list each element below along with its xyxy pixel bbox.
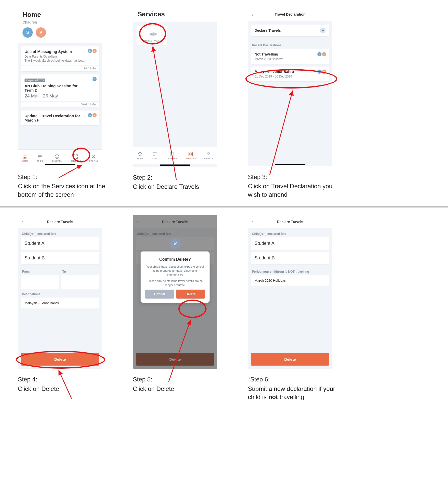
row-avatar-v: V: [322, 70, 326, 74]
step-instruction: Submit a new declaration if your child i…: [248, 385, 340, 401]
step-number: *Step 6:: [248, 375, 340, 383]
nav-title: Travel Declaration: [275, 12, 306, 16]
row-avatar-s: S: [317, 70, 321, 74]
back-button[interactable]: ‹: [21, 219, 23, 224]
declare-travels-tile[interactable]: Declare Travels: [136, 26, 167, 45]
close-icon[interactable]: ✕: [169, 238, 181, 249]
home-icon: [22, 154, 28, 159]
declare-travels-button[interactable]: Declare Travels +: [251, 25, 329, 36]
confirm-delete-modal: Confirm Delete? Your child's travel decl…: [141, 251, 210, 303]
card-avatar-s: S: [88, 49, 92, 53]
child-avatar-v[interactable]: V: [36, 27, 46, 38]
airplane-icon: [146, 29, 158, 38]
tab-profile[interactable]: PROFILE: [89, 154, 98, 162]
cancel-button[interactable]: Cancel: [145, 290, 174, 299]
step-instruction: Click on the Services icon at the bottom…: [18, 182, 110, 199]
delete-button[interactable]: Delete: [21, 353, 99, 366]
tab-todo[interactable]: TO-DO: [152, 151, 158, 160]
student-field[interactable]: Student B: [251, 252, 329, 264]
step-number: Step 5:: [133, 375, 225, 383]
declaration-row[interactable]: S V Malaysia - Johor Bahru 01 Dec 2019 -…: [251, 67, 329, 81]
field-label: Period your child(ren) is NOT travelling: [248, 266, 332, 275]
field-label: Child(ren) declared for:: [18, 228, 102, 237]
tab-profile[interactable]: PROFILE: [204, 151, 213, 160]
list-icon: [37, 154, 43, 159]
destination-field[interactable]: Malaysia - Johor Bahru: [21, 298, 99, 309]
field-label: Destinations: [18, 289, 102, 298]
tab-services[interactable]: SERVICES: [186, 151, 196, 160]
nav-title: Declare Travels: [277, 220, 303, 224]
student-field[interactable]: Student A: [251, 237, 329, 250]
plus-icon[interactable]: +: [320, 28, 326, 33]
modal-text: Please only delete if the travel details…: [145, 279, 205, 287]
svg-point-0: [55, 155, 59, 159]
modal-overlay: ✕ Confirm Delete? Your child's travel de…: [133, 215, 217, 369]
row-title: Not Travelling: [255, 52, 278, 56]
card-date-range: 24 Mar - 26 May: [25, 93, 96, 99]
person-icon: [91, 154, 96, 159]
page-title: Home: [22, 11, 98, 19]
svg-rect-13: [189, 155, 190, 156]
announcement-card[interactable]: S V Update - Travel Declaration for Marc…: [21, 111, 99, 125]
person-icon: [206, 151, 211, 157]
tile-label: Declare Travels: [143, 40, 160, 42]
card-title: Update - Travel Declaration for March H: [25, 114, 96, 122]
svg-rect-6: [76, 157, 78, 159]
tab-children[interactable]: CHILDREN: [52, 154, 62, 162]
announcement-card[interactable]: S V Use of Messaging System Dear Parents…: [21, 46, 99, 71]
tab-services[interactable]: SERVICES: [71, 154, 81, 162]
card-avatar-s: S: [93, 77, 97, 81]
from-input[interactable]: [21, 275, 59, 289]
card-avatar-s: S: [88, 113, 92, 117]
svg-point-7: [93, 155, 95, 157]
tab-home[interactable]: HOME: [22, 154, 28, 162]
tab-todo[interactable]: TO-DO: [37, 154, 43, 162]
delete-button[interactable]: Delete: [176, 290, 205, 299]
back-button[interactable]: ‹: [251, 219, 253, 224]
tab-children[interactable]: CHILDREN: [167, 151, 177, 160]
card-date: Fri, 13 Mar: [21, 65, 99, 71]
home-indicator: [275, 164, 305, 165]
home-icon: [137, 151, 143, 157]
children-label: Children: [22, 20, 98, 24]
nav-title: Declare Travels: [47, 220, 73, 224]
step-instruction: Click on Delete: [133, 385, 225, 393]
event-card[interactable]: S Responded: YES Art Club Training Sessi…: [21, 74, 99, 107]
svg-rect-11: [189, 152, 190, 154]
back-button[interactable]: ‹: [251, 12, 253, 17]
home-indicator: [45, 164, 75, 165]
card-date: Wed, 11 Mar: [21, 101, 99, 107]
svg-rect-14: [191, 155, 193, 156]
student-field[interactable]: Student B: [21, 252, 99, 264]
child-avatar-s[interactable]: S: [22, 27, 33, 38]
step-instruction: Click on Delete: [18, 385, 110, 393]
card-title: Art Club Training Session for Term 2: [25, 84, 96, 92]
smile-icon: [54, 154, 60, 159]
period-field[interactable]: March 2020 Holidays: [251, 275, 329, 286]
modal-text: Your child's travel declaration helps th…: [145, 265, 205, 277]
bottom-tabbar: HOME TO-DO CHILDREN SERVICES PROFILE: [133, 147, 217, 164]
responded-badge: Responded: YES: [25, 79, 45, 82]
home-indicator: [160, 164, 190, 166]
step-number: Step 3:: [248, 173, 340, 181]
step-number: Step 1:: [18, 173, 110, 181]
student-field[interactable]: Student A: [21, 237, 99, 250]
row-avatar-v: V: [322, 52, 326, 56]
svg-point-1: [56, 156, 56, 157]
tab-home[interactable]: HOME: [137, 151, 143, 160]
step-instruction: Click on Declare Travels: [133, 183, 225, 191]
svg-point-10: [170, 152, 174, 156]
svg-rect-5: [74, 157, 75, 159]
page-title: Services: [133, 8, 217, 22]
delete-button[interactable]: Delete: [251, 353, 329, 366]
card-avatar-v: V: [93, 49, 97, 53]
row-title-label: Declare Travels: [255, 28, 281, 32]
declaration-row[interactable]: S V Not Travelling March 2020 Holidays: [251, 49, 329, 64]
section-header: Recent Declarations: [248, 39, 332, 49]
svg-rect-4: [76, 155, 78, 156]
row-title: Malaysia - Johor Bahru: [255, 70, 294, 74]
smile-icon: [169, 151, 175, 157]
to-input[interactable]: [61, 275, 99, 289]
field-label: Child(ren) declared for:: [248, 228, 332, 237]
step-number: Step 4:: [18, 375, 110, 383]
